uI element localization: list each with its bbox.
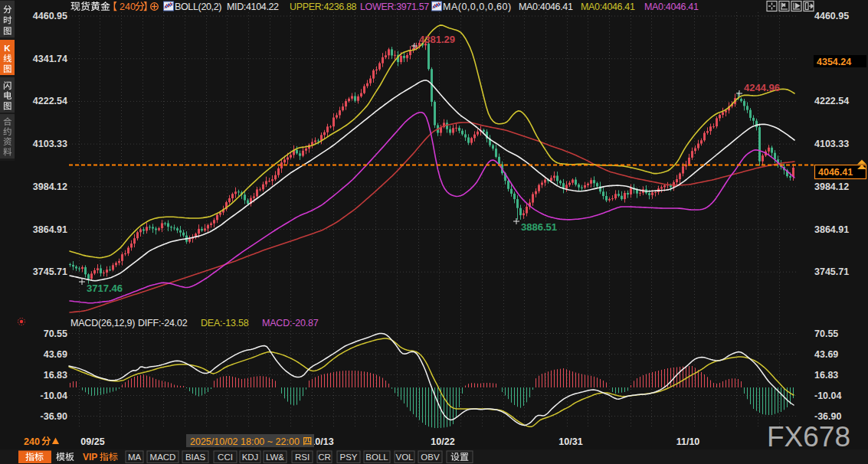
svg-text:BOLL(20,2): BOLL(20,2) [175, 2, 221, 12]
svg-text:43.69: 43.69 [44, 349, 67, 360]
svg-text:4222.54: 4222.54 [33, 96, 67, 106]
svg-text:10/31: 10/31 [558, 436, 582, 447]
svg-text:3886.51: 3886.51 [521, 221, 557, 233]
svg-text:3745.71: 3745.71 [814, 266, 849, 277]
svg-text:PSY: PSY [339, 453, 357, 462]
svg-text:VIP: VIP [83, 452, 97, 462]
svg-text:CCI: CCI [218, 453, 233, 462]
svg-text:3984.12: 3984.12 [814, 181, 849, 192]
svg-text:4460.95: 4460.95 [33, 11, 67, 21]
svg-text:DEA:-13.58: DEA:-13.58 [201, 318, 249, 328]
svg-text:DIFF:-24.02: DIFF:-24.02 [138, 318, 188, 328]
svg-text:240: 240 [24, 436, 40, 447]
svg-text:4244.96: 4244.96 [744, 82, 780, 93]
svg-text:4381.29: 4381.29 [419, 34, 455, 45]
svg-text:43.69: 43.69 [814, 349, 838, 360]
svg-text:4354.24: 4354.24 [817, 57, 851, 67]
svg-text:MACD:-20.87: MACD:-20.87 [262, 318, 319, 328]
svg-text:16.83: 16.83 [44, 370, 67, 381]
svg-text:4341.74: 4341.74 [33, 54, 67, 64]
svg-text:4103.33: 4103.33 [33, 139, 67, 149]
svg-text:MA0:4046.41: MA0:4046.41 [519, 2, 573, 12]
svg-text:MA: MA [128, 453, 142, 462]
svg-text:LOWER:3971.57: LOWER:3971.57 [360, 2, 429, 12]
svg-text:3984.12: 3984.12 [33, 181, 67, 192]
svg-text:FX678: FX678 [767, 421, 850, 453]
svg-text:MA0:4046.41: MA0:4046.41 [644, 2, 699, 12]
svg-text:4046.41: 4046.41 [818, 167, 853, 178]
svg-text:-36.90: -36.90 [41, 411, 67, 422]
svg-text:MID:4104.22: MID:4104.22 [227, 2, 279, 12]
svg-text:VOL: VOL [395, 453, 414, 462]
svg-text:-10.04: -10.04 [814, 390, 841, 401]
svg-text:3717.46: 3717.46 [87, 283, 123, 294]
svg-text:LW&: LW& [266, 453, 284, 462]
svg-text:10/22: 10/22 [431, 436, 454, 447]
svg-text:3745.71: 3745.71 [33, 266, 67, 277]
svg-text:KDJ: KDJ [242, 453, 259, 462]
svg-text:RSI: RSI [295, 453, 310, 462]
svg-text:BOLL: BOLL [365, 453, 388, 462]
svg-text:K: K [4, 44, 11, 53]
svg-text:CR: CR [318, 453, 331, 462]
svg-text:70.55: 70.55 [44, 328, 67, 339]
svg-text:BIAS: BIAS [185, 453, 206, 462]
svg-text:2025/10/02 18:00 ~ 22:00: 2025/10/02 18:00 ~ 22:00 [190, 436, 300, 447]
svg-text:3864.91: 3864.91 [814, 224, 849, 235]
svg-text:4460.95: 4460.95 [814, 11, 849, 21]
svg-text:11/10: 11/10 [676, 436, 700, 447]
svg-text:-10.04: -10.04 [41, 390, 67, 401]
svg-text:-36.90: -36.90 [814, 411, 841, 422]
svg-text:UPPER:4236.88: UPPER:4236.88 [290, 2, 357, 12]
svg-text:4103.33: 4103.33 [814, 139, 849, 149]
svg-text:MA(0,0,0,0,60): MA(0,0,0,0,60) [443, 2, 512, 12]
svg-text:70.55: 70.55 [814, 328, 838, 339]
svg-text:MA0:4046.41: MA0:4046.41 [581, 2, 635, 12]
svg-text:3864.91: 3864.91 [33, 224, 67, 235]
svg-text:4222.54: 4222.54 [814, 96, 849, 106]
svg-text:MACD(26,12,9): MACD(26,12,9) [70, 318, 135, 328]
svg-text:240: 240 [120, 2, 136, 12]
svg-text:16.83: 16.83 [814, 370, 838, 381]
svg-text:MACD: MACD [150, 453, 176, 462]
svg-text:09/25: 09/25 [80, 436, 104, 447]
svg-text:OBV: OBV [421, 453, 440, 462]
